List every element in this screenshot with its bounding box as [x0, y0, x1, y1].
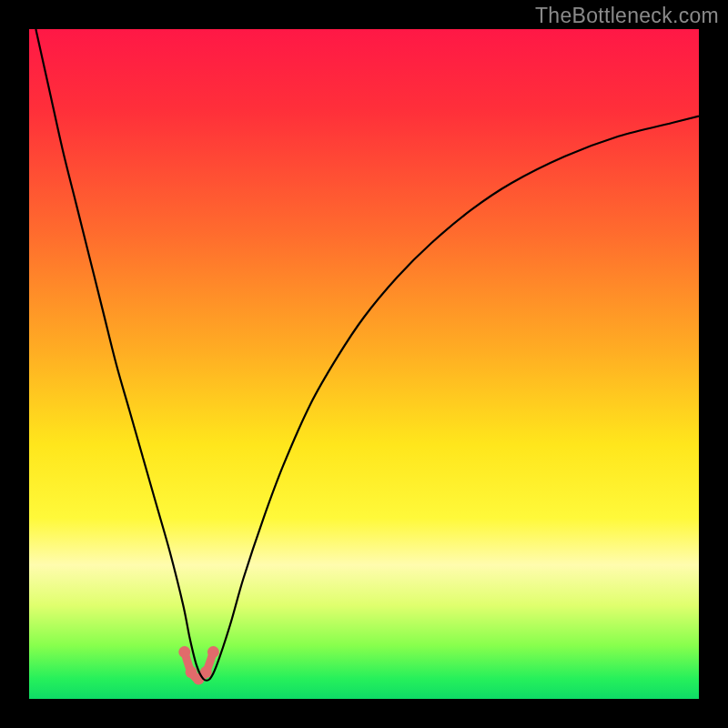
chart-curve [29, 29, 699, 699]
bottleneck-curve-line [35, 29, 699, 681]
watermark-text: TheBottleneck.com [535, 4, 719, 28]
svg-point-1 [178, 646, 190, 658]
svg-point-5 [207, 646, 219, 658]
chart-plot-area [29, 29, 699, 699]
chart-frame: TheBottleneck.com [0, 0, 728, 728]
